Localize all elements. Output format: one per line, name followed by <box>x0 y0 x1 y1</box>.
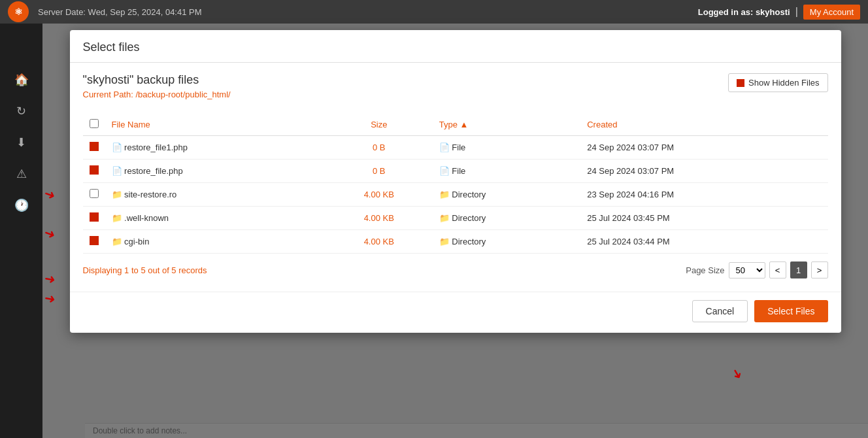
sidebar-item-restore[interactable]: ↻ <box>0 97 42 126</box>
server-date: Server Date: Wed, Sep 25, 2024, 04:41 PM <box>38 7 698 17</box>
row-checkbox-cell <box>83 207 105 230</box>
pagination: Page Size 50 10 25 100 < 1 > <box>686 261 827 278</box>
file-name-cell: 📁 .well-known <box>105 207 326 230</box>
col-header-filename: File Name <box>105 114 326 136</box>
file-name-cell: 📄 restore_file1.php <box>105 136 326 160</box>
file-type-icon: 📄 <box>439 166 450 176</box>
row-checkbox-cell <box>83 183 105 207</box>
file-created-cell: 24 Sep 2024 03:07 PM <box>580 160 827 183</box>
folder-icon: 📁 <box>112 190 122 199</box>
table-header-row: File Name Size Type ▲ Created <box>83 114 828 136</box>
header-checkbox-cell <box>83 114 105 136</box>
file-type-cell: 📁 Directory <box>433 207 581 230</box>
show-hidden-label: Show Hidden Files <box>748 78 819 88</box>
file-type-cell: 📄 File <box>433 160 581 183</box>
prev-page-button[interactable]: < <box>769 261 786 278</box>
type-sort-icon: ▲ <box>459 120 468 129</box>
page-size-label: Page Size <box>686 265 724 275</box>
current-page-number: 1 <box>790 261 807 278</box>
logo-icon: ⚛ <box>8 1 29 22</box>
file-name-cell: 📄 restore_file.php <box>105 160 326 183</box>
cancel-button[interactable]: Cancel <box>692 300 748 322</box>
file-icon: 📄 <box>112 166 122 176</box>
col-header-created: Created <box>580 114 827 136</box>
modal-actions: Cancel Select Files <box>70 292 841 333</box>
table-row: 📁 .well-known 4.00 KB 📁 Directory 25 Jul… <box>83 207 828 230</box>
file-size-cell: 0 B <box>326 136 433 160</box>
file-created-cell: 25 Jul 2024 03:45 PM <box>580 207 827 230</box>
folder-icon: 📁 <box>112 237 122 246</box>
table-footer: Displaying 1 to 5 out of 5 records Page … <box>83 261 828 281</box>
file-type-cell: 📁 Directory <box>433 230 581 254</box>
my-account-button[interactable]: My Account <box>803 5 860 20</box>
display-count-text: Displaying 1 to 5 out of 5 records <box>83 265 207 275</box>
sidebar: 🏠 ↻ ⬇ ⚠ 🕐 <box>0 0 42 438</box>
directory-icon: 📁 <box>439 237 450 246</box>
file-created-cell: 23 Sep 2024 04:16 PM <box>580 183 827 207</box>
table-row: 📁 site-restore.ro 4.00 KB 📁 Directory 23… <box>83 183 828 207</box>
row-checkbox-cell <box>83 230 105 254</box>
modal-title: Select files <box>83 41 140 54</box>
file-table: File Name Size Type ▲ Created <box>83 114 828 254</box>
page-size-select[interactable]: 50 10 25 100 <box>729 262 765 278</box>
directory-icon: 📁 <box>439 190 450 199</box>
logged-in-text: Logged in as: skyhosti <box>698 7 790 17</box>
show-hidden-files-button[interactable]: Show Hidden Files <box>728 73 827 92</box>
current-path: Current Path: /backup-root/public_html/ <box>83 90 231 99</box>
select-all-checkbox[interactable] <box>90 119 99 128</box>
sidebar-item-home[interactable]: 🏠 <box>0 65 42 94</box>
main-area: Select files "skyhosti" backup files Cur… <box>42 24 868 438</box>
modal: Select files "skyhosti" backup files Cur… <box>70 30 841 333</box>
file-size-cell: 4.00 KB <box>326 183 433 207</box>
checked-checkbox[interactable] <box>90 212 99 222</box>
row-checkbox-cell <box>83 136 105 160</box>
file-type-icon: 📄 <box>439 143 450 152</box>
checked-checkbox[interactable] <box>90 142 99 151</box>
backup-title: "skyhosti" backup files <box>83 73 231 87</box>
folder-icon: 📁 <box>112 213 122 223</box>
file-size-cell: 4.00 KB <box>326 230 433 254</box>
file-created-cell: 25 Jul 2024 03:44 PM <box>580 230 827 254</box>
modal-overlay: Select files "skyhosti" backup files Cur… <box>42 24 868 438</box>
file-type-cell: 📁 Directory <box>433 183 581 207</box>
table-row: 📄 restore_file1.php 0 B 📄 File 24 Sep 20… <box>83 136 828 160</box>
select-files-button[interactable]: Select Files <box>754 300 827 322</box>
checked-checkbox[interactable] <box>90 236 99 245</box>
next-page-button[interactable]: > <box>811 261 828 278</box>
file-created-cell: 24 Sep 2024 03:07 PM <box>580 136 827 160</box>
top-bar: ⚛ Server Date: Wed, Sep 25, 2024, 04:41 … <box>0 0 868 24</box>
sidebar-item-history[interactable]: 🕐 <box>0 191 42 220</box>
directory-icon: 📁 <box>439 213 450 223</box>
table-row: 📄 restore_file.php 0 B 📄 File 24 Sep 202… <box>83 160 828 183</box>
sidebar-item-download[interactable]: ⬇ <box>0 128 42 157</box>
file-name-cell: 📁 site-restore.ro <box>105 183 326 207</box>
file-icon: 📄 <box>112 143 122 152</box>
modal-header: Select files <box>70 30 841 63</box>
col-header-type: Type ▲ <box>433 114 581 136</box>
red-square-icon <box>737 79 744 87</box>
col-header-size: Size <box>326 114 433 136</box>
file-name-cell: 📁 cgi-bin <box>105 230 326 254</box>
checked-checkbox[interactable] <box>90 165 99 175</box>
file-size-cell: 0 B <box>326 160 433 183</box>
file-size-cell: 4.00 KB <box>326 207 433 230</box>
row-checkbox-cell <box>83 160 105 183</box>
row-checkbox[interactable] <box>90 189 99 198</box>
sidebar-item-warning[interactable]: ⚠ <box>0 160 42 188</box>
file-type-cell: 📄 File <box>433 136 581 160</box>
modal-body: "skyhosti" backup files Current Path: /b… <box>70 63 841 292</box>
section-info: "skyhosti" backup files Current Path: /b… <box>83 73 231 107</box>
table-row: 📁 cgi-bin 4.00 KB 📁 Directory 25 Jul 202… <box>83 230 828 254</box>
section-top: "skyhosti" backup files Current Path: /b… <box>83 73 828 107</box>
